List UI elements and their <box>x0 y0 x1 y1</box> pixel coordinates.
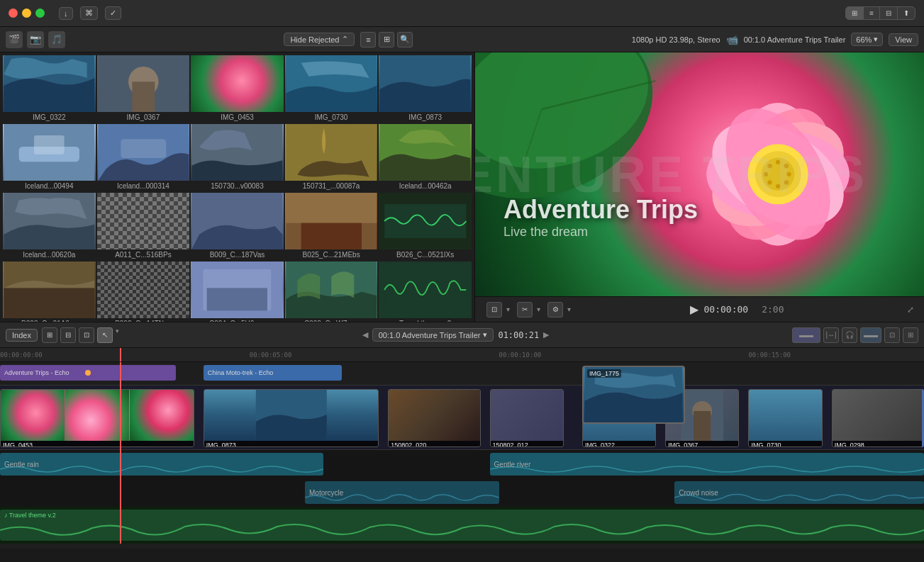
media-label: IMG_0322 <box>3 112 96 123</box>
timeline-tool-icons: ⊞ ⊟ ⊡ ↖ ▾ <box>42 327 119 343</box>
media-browser: IMG_0322 IMG_0367 IMG_0453 IMG_0730 <box>0 52 475 322</box>
clip-appear-icon[interactable]: ⊞ <box>42 327 57 343</box>
crowd-noise-block[interactable]: Crowd noise <box>674 481 924 504</box>
color-button[interactable]: ⚙ <box>547 302 563 317</box>
tl-btn-2[interactable]: |↔| <box>823 327 839 343</box>
metadata-icon[interactable]: ⊞ <box>379 32 394 47</box>
key-button[interactable]: ⌘ <box>80 6 98 20</box>
close-button[interactable] <box>9 9 18 18</box>
motorcycle-block[interactable]: Motorcycle <box>305 481 499 504</box>
check-button[interactable]: ✓ <box>105 6 121 20</box>
export-button[interactable]: ⬆ <box>898 7 915 19</box>
media-label: Iceland...000314 <box>97 181 190 191</box>
media-label: Travel theme v.2 <box>379 318 472 322</box>
arrow-tool[interactable]: ↖ <box>97 327 113 343</box>
tl-btn-4[interactable]: ▬▬ <box>860 327 881 343</box>
list-item[interactable]: A011_C...516BPs <box>97 193 190 260</box>
clip-label-img0367: IMG_0367 <box>666 441 738 447</box>
preview-timecode: 00:00:00 <box>704 304 749 315</box>
media-grid: IMG_0322 IMG_0367 IMG_0453 IMG_0730 <box>0 52 474 322</box>
nav-right-icon[interactable]: ▶ <box>543 330 549 339</box>
echo-block-2[interactable]: China Moto-trek - Echo <box>204 365 342 381</box>
list-item[interactable]: C004_C...5U6acs <box>191 262 284 322</box>
blade-icon[interactable]: ⊟ <box>60 327 76 343</box>
list-item[interactable]: Iceland...00620a <box>3 193 96 260</box>
media-thumbnail <box>379 124 472 181</box>
list-item[interactable]: Travel theme v.2 <box>379 262 472 322</box>
fullscreen-button[interactable]: ⤢ <box>903 302 918 317</box>
detail-view-button[interactable]: ⊟ <box>880 7 898 19</box>
timeline-center: ◀ 00:1.0 Adventure Trips Trailer ▾ 01:00… <box>123 328 788 342</box>
grid-view-button[interactable]: ⊞ <box>846 7 864 19</box>
echo-label-1: Adventure Trips - Echo <box>4 369 69 376</box>
tl-btn-6[interactable]: ⊞ <box>903 327 918 343</box>
media-thumbnail <box>285 193 378 249</box>
preview-controls: ⊡ ▾ ✂ ▾ ⚙ ▾ ▶ 00:00:00 2:00 ⤢ <box>475 296 924 322</box>
hide-rejected-button[interactable]: Hide Rejected ⌃ <box>284 33 355 46</box>
photos-icon[interactable]: 📷 <box>27 31 44 48</box>
preview-duration: 2:00 <box>762 304 784 315</box>
ruler-mark-0: 00:00:00:00 <box>0 352 43 359</box>
list-item[interactable]: Iceland...00494 <box>3 124 96 191</box>
list-icon[interactable]: ≡ <box>360 32 376 47</box>
clip-label-img0322: IMG_0322 <box>583 441 655 447</box>
view-button[interactable]: View <box>889 33 918 46</box>
media-label: B002_C...14TNas <box>97 318 190 322</box>
list-item[interactable]: IMG_0322 <box>3 55 96 123</box>
list-view-button[interactable]: ≡ <box>864 7 880 19</box>
minimize-button[interactable] <box>22 9 31 18</box>
list-item[interactable]: IMG_0453 <box>191 55 284 123</box>
echo-block-1[interactable]: Adventure Trips - Echo <box>0 365 176 381</box>
list-item[interactable]: 150730...v00083 <box>191 124 284 191</box>
video-clip-150802-012[interactable]: 150802_012 <box>490 389 564 447</box>
gentle-river-block[interactable]: Gentle river <box>490 453 924 476</box>
list-item[interactable]: Iceland...00462a <box>379 124 472 191</box>
media-label: C004_C...5U6acs <box>191 318 284 322</box>
gentle-rain-block[interactable]: Gentle rain <box>0 453 323 476</box>
video-clip-img0730[interactable]: IMG_0730 <box>748 389 822 447</box>
media-label: B009_C...187Vas <box>191 249 284 260</box>
list-item[interactable]: B026_C...0521IXs <box>379 193 472 260</box>
list-item[interactable]: B025_C...21MEbs <box>285 193 378 260</box>
list-item[interactable]: B002_C...14TNas <box>97 262 190 322</box>
play-icon[interactable]: ▶ <box>690 303 698 316</box>
zoom-button[interactable]: 66% ▾ <box>851 33 883 46</box>
search-icon[interactable]: 🔍 <box>397 32 413 47</box>
video-clip-img0453[interactable]: IMG_0453 <box>0 389 194 447</box>
list-item[interactable]: B028_C...21A6as <box>3 262 96 322</box>
media-thumbnail <box>285 124 378 181</box>
list-item[interactable]: Iceland...000314 <box>97 124 190 191</box>
tl-btn-1[interactable]: ▬▬ <box>792 327 820 343</box>
list-item[interactable]: B009_C...187Vas <box>191 193 284 260</box>
tl-btn-3[interactable]: 🎧 <box>842 327 857 343</box>
nav-left-icon[interactable]: ◀ <box>362 330 368 339</box>
media-label: B026_C...0521IXs <box>379 249 472 260</box>
trim-button[interactable]: ✂ <box>517 302 533 317</box>
list-item[interactable]: C003_C...WZacs <box>285 262 378 322</box>
zoom-icon[interactable]: ⊡ <box>79 327 94 343</box>
list-item[interactable]: IMG_0730 <box>285 55 378 123</box>
video-clip-img0298[interactable]: IMG_0298 <box>832 389 924 447</box>
maximize-button[interactable] <box>35 9 45 18</box>
svg-rect-3 <box>132 82 155 112</box>
video-clip-img0873[interactable]: IMG_0873 <box>204 389 379 447</box>
video-clip-150802-020[interactable]: 150802_020 <box>388 389 480 447</box>
index-tab[interactable]: Index <box>6 329 38 342</box>
project-name-button[interactable]: 00:1.0 Adventure Trips Trailer ▾ <box>372 328 494 342</box>
ruler-mark-2: 00:00:10:00 <box>499 352 542 359</box>
app-icons: 🎬 📷 🎵 <box>6 31 65 48</box>
list-item[interactable]: IMG_0873 <box>379 55 472 123</box>
download-button[interactable]: ↓ <box>59 7 73 20</box>
timeline-right: ▬▬ |↔| 🎧 ▬▬ ⊡ ⊞ <box>792 327 918 343</box>
music-block[interactable]: ♪ Travel theme v.2 <box>0 510 924 541</box>
music-icon[interactable]: 🎵 <box>48 31 65 48</box>
list-item[interactable]: IMG_0367 <box>97 55 190 123</box>
adventure-subtitle: Live the dream <box>503 225 698 240</box>
list-item[interactable]: 150731_...00087a <box>285 124 378 191</box>
tl-btn-5[interactable]: ⊡ <box>884 327 900 343</box>
media-thumbnail <box>379 193 472 249</box>
transform-button[interactable]: ⊡ <box>486 302 502 317</box>
library-icon[interactable]: 🎬 <box>6 31 23 48</box>
media-thumbnail <box>3 262 96 318</box>
floating-thumb-label: IMG_1775 <box>587 369 621 378</box>
